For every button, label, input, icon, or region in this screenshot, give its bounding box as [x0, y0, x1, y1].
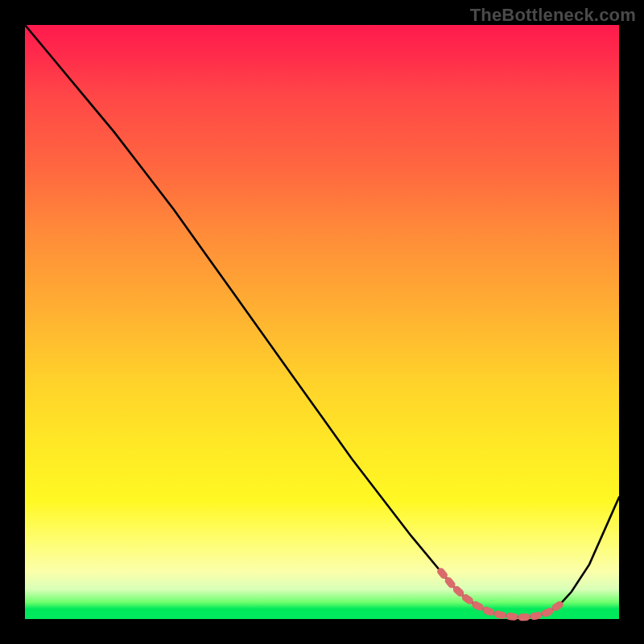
chart-svg [25, 25, 619, 619]
watermark-text: TheBottleneck.com [470, 5, 636, 26]
highlight-line [441, 572, 560, 617]
chart-area [25, 25, 619, 619]
curve-line [25, 25, 619, 617]
